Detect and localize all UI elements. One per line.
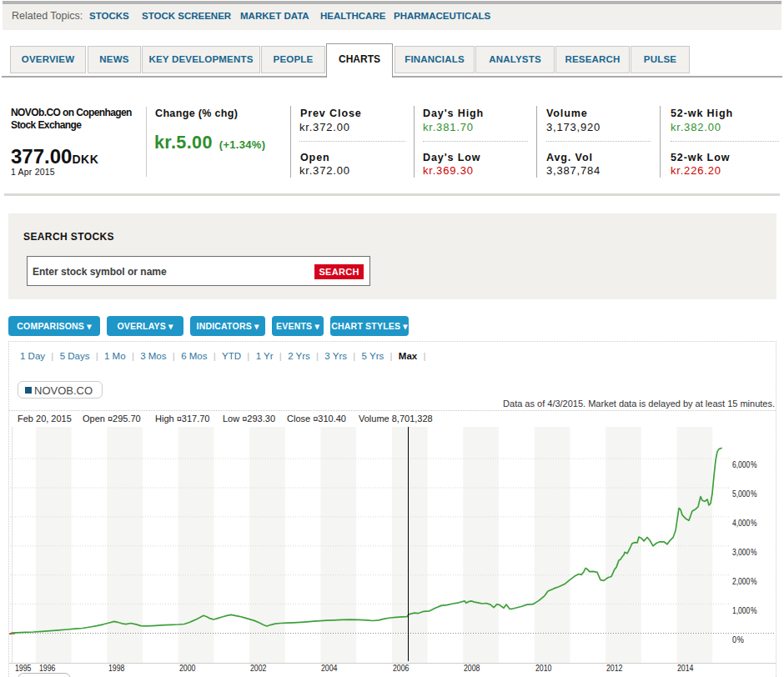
svg-text:6,000 %: 6,000 %: [732, 460, 757, 469]
svg-text:0 %: 0 %: [732, 635, 744, 644]
svg-text:2000: 2000: [179, 664, 196, 673]
svg-text:1996: 1996: [39, 664, 56, 673]
svg-text:2004: 2004: [321, 664, 338, 673]
svg-text:1998: 1998: [108, 664, 125, 673]
svg-text:1,000 %: 1,000 %: [732, 606, 757, 615]
svg-text:2014: 2014: [677, 664, 694, 673]
svg-text:2008: 2008: [464, 664, 480, 673]
svg-text:3,000 %: 3,000 %: [732, 548, 757, 557]
svg-text:4,000 %: 4,000 %: [732, 519, 757, 528]
svg-text:2002: 2002: [250, 664, 267, 673]
svg-text:2,000 %: 2,000 %: [732, 577, 757, 586]
svg-text:5,000 %: 5,000 %: [732, 489, 757, 499]
svg-text:2010: 2010: [535, 664, 552, 673]
svg-text:2012: 2012: [606, 664, 623, 673]
svg-text:2006: 2006: [393, 664, 410, 673]
svg-text:1995: 1995: [15, 664, 32, 673]
